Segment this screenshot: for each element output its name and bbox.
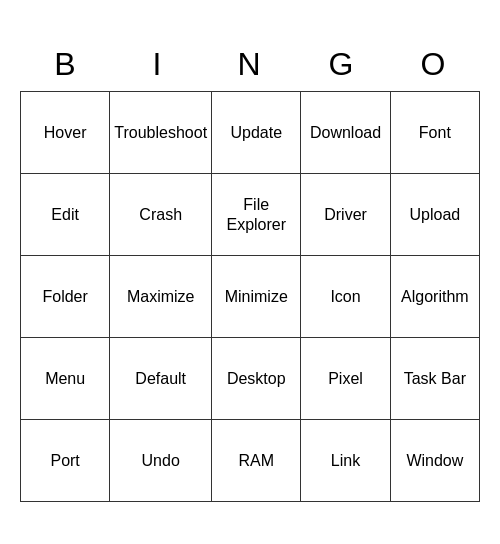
- cell-text-14: Algorithm: [401, 287, 469, 306]
- bingo-cell-7: File Explorer: [212, 174, 301, 256]
- cell-text-17: Desktop: [227, 369, 286, 388]
- bingo-cell-19: Task Bar: [391, 338, 480, 420]
- bingo-cell-5: Edit: [21, 174, 110, 256]
- header-letter-O: O: [388, 42, 480, 87]
- bingo-cell-24: Window: [391, 420, 480, 502]
- bingo-header: BINGO: [20, 42, 480, 87]
- bingo-cell-3: Download: [301, 92, 390, 174]
- cell-text-8: Driver: [324, 205, 367, 224]
- bingo-cell-14: Algorithm: [391, 256, 480, 338]
- cell-text-18: Pixel: [328, 369, 363, 388]
- cell-text-19: Task Bar: [404, 369, 466, 388]
- bingo-cell-1: Troubleshoot: [110, 92, 212, 174]
- cell-text-4: Font: [419, 123, 451, 142]
- bingo-cell-6: Crash: [110, 174, 212, 256]
- header-letter-G: G: [296, 42, 388, 87]
- cell-text-2: Update: [230, 123, 282, 142]
- bingo-cell-10: Folder: [21, 256, 110, 338]
- bingo-cell-13: Icon: [301, 256, 390, 338]
- bingo-cell-21: Undo: [110, 420, 212, 502]
- cell-text-20: Port: [50, 451, 79, 470]
- cell-text-1: Troubleshoot: [114, 123, 207, 142]
- cell-text-10: Folder: [42, 287, 87, 306]
- cell-text-11: Maximize: [127, 287, 195, 306]
- cell-text-21: Undo: [142, 451, 180, 470]
- bingo-cell-17: Desktop: [212, 338, 301, 420]
- bingo-cell-16: Default: [110, 338, 212, 420]
- header-letter-N: N: [204, 42, 296, 87]
- header-letter-I: I: [112, 42, 204, 87]
- cell-text-0: Hover: [44, 123, 87, 142]
- cell-text-23: Link: [331, 451, 360, 470]
- bingo-cell-4: Font: [391, 92, 480, 174]
- bingo-board: BINGO HoverTroubleshootUpdateDownloadFon…: [20, 42, 480, 502]
- bingo-cell-2: Update: [212, 92, 301, 174]
- bingo-cell-20: Port: [21, 420, 110, 502]
- bingo-cell-15: Menu: [21, 338, 110, 420]
- cell-text-15: Menu: [45, 369, 85, 388]
- bingo-cell-8: Driver: [301, 174, 390, 256]
- cell-text-16: Default: [135, 369, 186, 388]
- cell-text-13: Icon: [330, 287, 360, 306]
- cell-text-5: Edit: [51, 205, 79, 224]
- bingo-grid: HoverTroubleshootUpdateDownloadFontEditC…: [20, 91, 480, 502]
- bingo-cell-11: Maximize: [110, 256, 212, 338]
- cell-text-7: File Explorer: [216, 195, 296, 233]
- bingo-cell-18: Pixel: [301, 338, 390, 420]
- bingo-cell-22: RAM: [212, 420, 301, 502]
- cell-text-24: Window: [406, 451, 463, 470]
- cell-text-12: Minimize: [225, 287, 288, 306]
- cell-text-3: Download: [310, 123, 381, 142]
- bingo-cell-12: Minimize: [212, 256, 301, 338]
- header-letter-B: B: [20, 42, 112, 87]
- bingo-cell-0: Hover: [21, 92, 110, 174]
- cell-text-22: RAM: [238, 451, 274, 470]
- bingo-cell-9: Upload: [391, 174, 480, 256]
- cell-text-6: Crash: [139, 205, 182, 224]
- bingo-cell-23: Link: [301, 420, 390, 502]
- cell-text-9: Upload: [409, 205, 460, 224]
